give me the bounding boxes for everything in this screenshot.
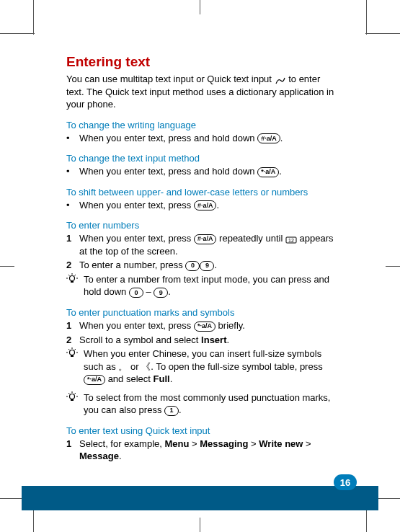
text: To enter a number from text input mode, … [84,273,340,298]
hash-key-icon: #·a/A [257,133,280,143]
svg-point-2 [70,275,75,280]
zero-key-icon: 0 [185,261,200,271]
section-head: To enter numbers [66,220,340,231]
number-marker: 2 [66,334,79,347]
tip-icon [66,347,84,386]
tip-item: To select from the most commonly used pu… [66,391,340,417]
svg-line-6 [68,275,70,276]
crop-mark [33,0,34,35]
zero-key-icon: 0 [129,288,143,298]
numbered-item: 1 When you enter text, press #·a/A repea… [66,232,340,257]
hash-key-icon: #·a/A [194,200,217,210]
numbered-item: 1 When you enter text, press *·a/A brief… [66,319,340,332]
crop-mark [200,518,200,532]
svg-point-16 [70,394,75,399]
text: When you enter text, press *·a/A briefly… [79,319,340,332]
svg-line-13 [68,349,70,350]
numbered-item: 2 To enter a number, press 09. [66,259,340,272]
text: Scroll to a symbol and select Insert. [79,334,340,347]
number-marker: 1 [66,438,79,463]
bullet-marker [66,132,79,145]
quick-input-icon [275,76,286,84]
page-content: Entering text You can use multitap text … [66,54,340,464]
text: When you enter text, press #·a/A repeate… [79,232,340,257]
nine-key-icon: 9 [154,288,168,298]
footer-bar [22,486,378,510]
crop-mark [365,33,400,34]
text: When you enter text, press #·a/A. [79,199,340,212]
numbered-item: 2 Scroll to a symbol and select Insert. [66,334,340,347]
text: When you enter text, press and hold down… [79,165,340,178]
text: When you enter text, press and hold down… [79,132,340,145]
svg-line-21 [75,393,76,394]
svg-rect-22 [71,399,74,401]
section-head: To change the text input method [66,153,340,164]
crop-mark [200,0,200,14]
crop-mark [0,266,14,267]
number-marker: 2 [66,259,79,272]
svg-line-14 [75,349,76,350]
one-key-icon: 1 [164,406,179,416]
bullet-marker [66,165,79,178]
page-title: Entering text [66,54,340,70]
bullet-item: When you enter text, press and hold down… [66,165,340,178]
section-head: To enter punctuation marks and symbols [66,307,340,318]
text: When you enter Chinese, you can insert f… [84,347,340,386]
star-key-icon: *·a/A [84,375,105,385]
svg-line-20 [68,393,70,394]
text: To enter a number, press 09. [79,259,340,272]
crop-mark [366,0,367,35]
crop-mark [0,33,35,34]
svg-rect-15 [71,355,74,357]
svg-line-7 [75,275,76,276]
text: Select, for example, Menu > Messaging > … [79,438,340,463]
intro-text: You can use multitap text input or Quick… [66,73,340,111]
svg-text:12: 12 [288,238,294,243]
star-key-icon: *·a/A [194,322,215,332]
section-head: To shift between upper- and lower-case l… [66,187,340,198]
section-head: To change the writing language [66,120,340,130]
section-head: To enter text using Quick text input [66,425,340,436]
text: To select from the most commonly used pu… [84,391,340,417]
number-marker: 1 [66,319,79,332]
svg-point-9 [70,350,75,355]
tip-item: To enter a number from text input mode, … [66,273,340,298]
bullet-marker [66,199,79,212]
hash-key-icon: #·a/A [194,234,217,244]
tip-icon [66,391,84,417]
bullet-item: When you enter text, press and hold down… [66,132,340,145]
numbered-item: 1 Select, for example, Menu > Messaging … [66,438,340,463]
number-marker: 1 [66,232,79,257]
svg-rect-8 [71,281,74,283]
nine-key-icon: 9 [200,261,214,271]
crop-mark [386,266,400,267]
tip-item: When you enter Chinese, you can insert f… [66,347,340,386]
text: You can use multitap text input or Quick… [66,74,275,84]
tip-icon [66,273,84,298]
page-number: 16 [334,474,357,490]
bullet-item: When you enter text, press #·a/A. [66,199,340,212]
star-key-icon: *·a/A [257,167,279,177]
numeric-indicator-icon: 12 [285,235,297,244]
